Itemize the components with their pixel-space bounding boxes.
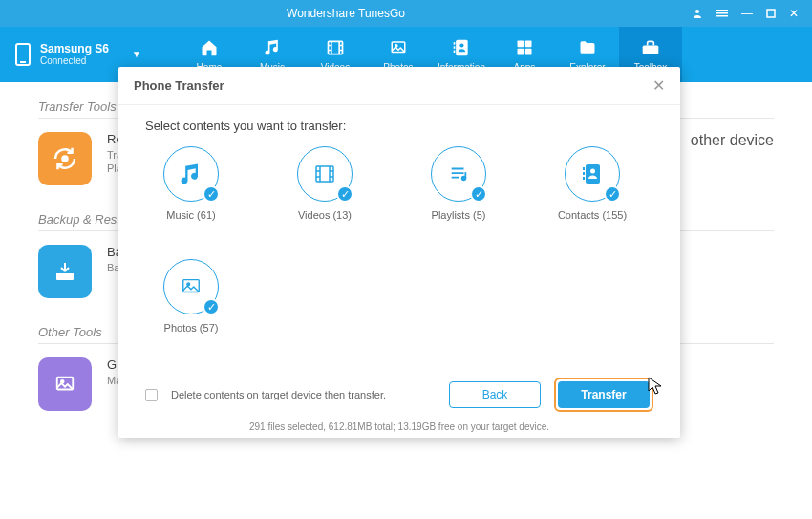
category-photos[interactable]: ✓ Photos (57) — [153, 259, 229, 334]
svg-rect-26 — [583, 177, 585, 180]
transfer-button[interactable]: Transfer — [558, 381, 650, 408]
menu-icon[interactable] — [716, 8, 728, 19]
category-label: Playlists (5) — [432, 209, 486, 221]
category-grid: ✓ Music (61) ✓ Videos (13) ✓ Playlists (… — [153, 146, 653, 334]
transfer-button-highlight: Transfer — [554, 378, 653, 412]
device-name: Samsung S6 — [40, 42, 109, 55]
window-controls: — ✕ — [692, 7, 812, 20]
svg-rect-22 — [586, 164, 600, 184]
svg-rect-20 — [316, 166, 333, 182]
modal-prompt: Select contents you want to transfer: — [145, 119, 653, 133]
category-videos[interactable]: ✓ Videos (13) — [287, 146, 363, 221]
music-icon — [260, 37, 285, 58]
home-icon — [197, 37, 222, 58]
close-button[interactable]: ✕ — [789, 7, 799, 20]
folder-icon — [575, 37, 600, 58]
svg-rect-2 — [716, 12, 728, 14]
check-icon: ✓ — [604, 185, 621, 203]
svg-rect-11 — [454, 46, 456, 49]
category-contacts[interactable]: ✓ Contacts (155) — [554, 146, 630, 221]
category-playlists[interactable]: ✓ Playlists (5) — [420, 146, 497, 221]
svg-rect-13 — [517, 40, 524, 47]
svg-rect-8 — [456, 39, 468, 55]
image-icon — [386, 37, 411, 58]
title-bar: Wondershare TunesGo — ✕ — [0, 0, 812, 27]
svg-rect-5 — [328, 41, 342, 54]
status-line: 291 files selected, 612.81MB total; 13.1… — [118, 422, 680, 438]
maximize-button[interactable] — [766, 9, 776, 18]
category-label: Photos (57) — [164, 322, 219, 334]
modal-body: Select contents you want to transfer: ✓ … — [118, 105, 680, 370]
device-status: Connected — [40, 55, 109, 67]
minimize-button[interactable]: — — [741, 7, 753, 20]
svg-rect-14 — [525, 40, 532, 47]
modal-header: Phone Transfer ✕ — [118, 67, 680, 105]
apps-icon — [512, 37, 537, 58]
delete-checkbox[interactable] — [145, 389, 158, 401]
svg-rect-10 — [454, 42, 456, 45]
chevron-down-icon: ▼ — [132, 49, 141, 59]
other-device-label: other device — [691, 132, 774, 149]
check-icon: ✓ — [470, 185, 487, 203]
svg-rect-16 — [525, 48, 532, 54]
contacts-icon — [449, 37, 474, 58]
check-icon: ✓ — [203, 298, 220, 315]
svg-point-23 — [590, 169, 595, 174]
device-selector[interactable]: Samsung S6 Connected ▼ — [0, 42, 159, 67]
film-icon — [323, 37, 348, 58]
category-label: Videos (13) — [298, 209, 352, 221]
category-music[interactable]: ✓ Music (61) — [153, 146, 229, 221]
svg-rect-15 — [517, 48, 524, 54]
phone-transfer-modal: Phone Transfer ✕ Select contents you wan… — [118, 67, 680, 438]
svg-rect-4 — [767, 10, 775, 17]
modal-footer: Delete contents on target device then tr… — [118, 370, 680, 422]
delete-label: Delete contents on target device then tr… — [171, 389, 436, 400]
check-icon: ✓ — [203, 185, 220, 203]
svg-rect-1 — [716, 10, 728, 11]
svg-rect-25 — [583, 172, 585, 175]
close-icon[interactable]: ✕ — [652, 76, 665, 95]
backup-icon — [38, 245, 92, 298]
svg-rect-24 — [583, 167, 585, 170]
svg-rect-3 — [716, 15, 728, 17]
svg-point-9 — [459, 43, 463, 47]
back-button[interactable]: Back — [449, 381, 541, 408]
category-label: Music (61) — [166, 209, 215, 221]
rebuild-icon — [38, 132, 92, 185]
svg-point-0 — [695, 10, 699, 13]
category-label: Contacts (155) — [558, 209, 627, 221]
user-icon[interactable] — [692, 8, 703, 19]
check-icon: ✓ — [336, 185, 353, 203]
app-title: Wondershare TunesGo — [0, 7, 692, 20]
svg-rect-12 — [454, 50, 456, 53]
modal-title: Phone Transfer — [134, 78, 224, 93]
gif-icon — [38, 357, 92, 411]
svg-point-17 — [63, 157, 68, 162]
toolbox-icon — [638, 37, 663, 58]
phone-icon — [15, 43, 31, 66]
